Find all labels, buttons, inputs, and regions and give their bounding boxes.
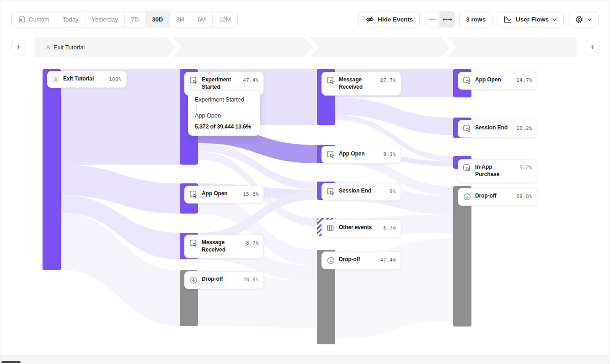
node-percent: 6.7% xyxy=(383,224,396,230)
click-event-icon xyxy=(326,187,335,196)
link-tooltip: Experiment Started App Open 5,372 of 39,… xyxy=(188,90,260,136)
node-label: App Open xyxy=(339,150,365,158)
node-label: App Open xyxy=(202,190,228,198)
click-event-icon xyxy=(189,190,198,199)
flow-node-card-dropoff-2[interactable]: Drop-off 28.6% xyxy=(184,271,264,289)
horizontal-scrollbar[interactable] xyxy=(1,361,21,363)
node-label: Experiment Started xyxy=(202,76,239,91)
bottom-scroll-area xyxy=(0,355,610,363)
tooltip-target-event: App Open xyxy=(195,112,253,119)
node-label: Session End xyxy=(475,124,508,132)
node-percent: 47.4% xyxy=(380,256,396,262)
user-flows-app: Custom Today Yesterday 7D 30D 3M 6M 12M … xyxy=(0,0,610,364)
node-percent: 15.3% xyxy=(243,190,259,197)
flow-node-card-message-received-2[interactable]: Message Received 8.7% xyxy=(184,235,264,258)
node-percent: 14.7% xyxy=(516,76,532,83)
click-event-icon xyxy=(463,76,471,85)
flow-node-card-dropoff-3[interactable]: Drop-off 47.4% xyxy=(321,252,401,269)
flow-node-card-app-open-2[interactable]: App Open 15.3% xyxy=(184,186,264,203)
flow-node-card-app-open-3[interactable]: App Open 9.1% xyxy=(321,146,401,164)
node-percent: 69.8% xyxy=(516,193,532,199)
click-event-icon xyxy=(463,164,471,172)
tooltip-stat: 5,372 of 39,444 13.6% xyxy=(195,123,253,130)
tooltip-source-event: Experiment Started xyxy=(195,96,253,103)
flow-node-card-dropoff-4[interactable]: Drop-off 69.8% xyxy=(458,188,537,206)
dropoff-icon xyxy=(189,276,198,284)
node-percent: 100% xyxy=(109,75,122,82)
click-event-icon xyxy=(326,76,335,85)
dropoff-icon xyxy=(326,256,335,265)
flow-node-card-exit-tutorial[interactable]: A Exit Tutorial 100% xyxy=(47,71,127,88)
node-percent: 9% xyxy=(390,187,396,194)
click-event-icon xyxy=(189,76,198,85)
flow-link[interactable] xyxy=(335,97,453,135)
grid-icon xyxy=(326,224,335,233)
node-label: App Open xyxy=(475,76,501,84)
node-percent: 5.2% xyxy=(519,164,532,170)
event-badge: A xyxy=(52,76,59,83)
flow-node-card-in-app-purchase-4[interactable]: In-App Purchase 5.2% xyxy=(458,159,537,183)
node-label: Message Received xyxy=(339,76,376,91)
node-label: Exit Tutorial xyxy=(63,75,94,83)
dropoff-icon xyxy=(463,193,471,201)
click-event-icon xyxy=(326,150,335,159)
flow-node-card-other-events-3[interactable]: Other events 6.7% xyxy=(321,219,401,237)
node-label: Session End xyxy=(339,187,371,195)
node-percent: 28.6% xyxy=(243,276,259,282)
tooltip-connector-dots xyxy=(196,104,197,111)
click-event-icon xyxy=(463,124,471,133)
node-percent: 27.7% xyxy=(380,76,396,83)
node-bar-dropoff-4[interactable] xyxy=(453,186,471,327)
node-label: Drop-off xyxy=(475,193,497,200)
node-label: Drop-off xyxy=(202,276,223,283)
node-label: In-App Purchase xyxy=(475,164,516,178)
node-bar-exit-tutorial[interactable] xyxy=(43,69,61,270)
node-label: Drop-off xyxy=(339,256,360,263)
flow-node-card-message-received-3[interactable]: Message Received 27.7% xyxy=(321,72,401,96)
flow-node-card-session-end-4[interactable]: Session End 10.2% xyxy=(458,120,537,138)
node-percent: 10.2% xyxy=(516,124,532,131)
node-label: Message Received xyxy=(202,239,242,254)
node-percent: 47.4% xyxy=(243,76,259,83)
node-label: Other events xyxy=(339,224,372,231)
node-percent: 9.1% xyxy=(383,150,396,157)
click-event-icon xyxy=(189,239,198,248)
flow-node-card-session-end-3[interactable]: Session End 9% xyxy=(321,183,401,201)
flow-node-card-app-open-4[interactable]: App Open 14.7% xyxy=(458,72,537,90)
node-percent: 8.7% xyxy=(246,239,259,246)
